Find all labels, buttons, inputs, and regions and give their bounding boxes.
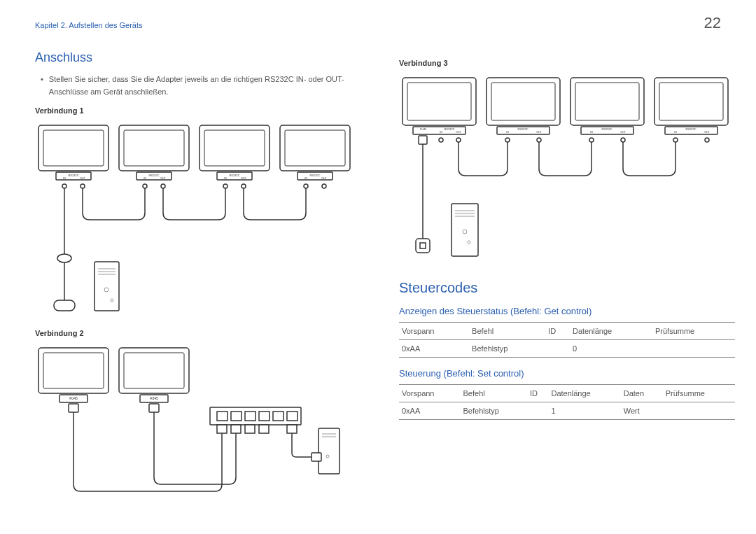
diagram-connection-1: RS232C INOUT RS232C INOUT RS232C INOUT R…: [35, 122, 357, 321]
svg-text:IN: IN: [304, 177, 307, 180]
svg-point-32: [57, 254, 71, 262]
svg-rect-67: [407, 83, 471, 120]
svg-text:OUT: OUT: [241, 177, 246, 180]
svg-rect-58: [217, 425, 227, 433]
svg-rect-40: [43, 353, 104, 388]
svg-rect-50: [245, 412, 255, 421]
svg-text:RJ45: RJ45: [420, 127, 427, 131]
svg-text:OUT: OUT: [80, 177, 85, 180]
svg-point-83: [589, 138, 594, 142]
svg-point-84: [621, 138, 625, 142]
svg-text:IN: IN: [440, 131, 442, 134]
svg-rect-73: [659, 83, 723, 120]
svg-rect-62: [287, 425, 297, 433]
svg-point-13: [80, 184, 85, 188]
svg-rect-61: [259, 425, 269, 433]
svg-rect-59: [231, 425, 241, 433]
td2-datenlaenge-val: 1: [548, 402, 620, 420]
td2-pruefsumme-val: [663, 402, 735, 420]
chapter-title: Kapitel 2. Aufstellen des Geräts: [35, 21, 142, 29]
th2-befehl: Befehl: [461, 385, 527, 402]
svg-rect-49: [231, 412, 241, 421]
diagram-connection-2: RJ45 RJ45: [35, 344, 357, 505]
svg-text:RS232C: RS232C: [444, 127, 454, 131]
svg-rect-60: [245, 425, 255, 433]
th-befehl: Befehl: [469, 323, 545, 340]
svg-text:IN: IN: [144, 177, 146, 180]
svg-rect-71: [575, 83, 639, 120]
svg-rect-3: [124, 130, 184, 166]
svg-point-19: [322, 184, 326, 188]
th-vorspann: Vorspann: [399, 323, 469, 340]
td2-id-val: [527, 402, 549, 420]
svg-point-85: [673, 138, 678, 142]
connection-3-label: Verbindung 3: [399, 59, 735, 67]
svg-rect-55: [312, 453, 321, 461]
svg-text:OUT: OUT: [536, 131, 542, 134]
svg-text:RS232C: RS232C: [517, 127, 528, 131]
section-title-anschluss: Anschluss: [35, 50, 357, 65]
th2-daten: Daten: [621, 385, 663, 402]
table-get-control: Vorspann Befehl ID Datenlänge Prüfsumme …: [399, 322, 735, 358]
svg-rect-7: [285, 130, 345, 166]
connection-2-label: Verbindung 2: [35, 329, 357, 337]
svg-text:RJ45: RJ45: [69, 396, 78, 400]
svg-text:IN: IN: [63, 177, 66, 180]
svg-point-82: [537, 138, 541, 142]
subsection-set-control: Steuerung (Befehl: Set control): [399, 368, 735, 379]
right-column: Verbindung 3 RJ45RS232CINOUT: [399, 50, 735, 512]
svg-point-12: [62, 184, 66, 188]
th-datenlaenge: Datenlänge: [570, 323, 652, 340]
svg-point-80: [456, 138, 461, 142]
svg-rect-101: [420, 243, 426, 248]
svg-rect-78: [419, 136, 427, 144]
svg-text:RJ45: RJ45: [150, 396, 158, 400]
svg-rect-54: [318, 428, 340, 474]
td2-daten-val: Wert: [621, 402, 663, 420]
td-datenlaenge-val: 0: [570, 340, 652, 358]
svg-point-18: [304, 184, 308, 188]
svg-text:IN: IN: [674, 131, 677, 134]
svg-text:RS232C: RS232C: [229, 174, 239, 177]
td-id-val: [545, 340, 570, 358]
svg-rect-5: [204, 130, 265, 166]
svg-point-14: [143, 184, 147, 188]
svg-rect-31: [54, 300, 75, 311]
section-title-steuercodes: Steuercodes: [399, 280, 735, 296]
svg-rect-46: [149, 404, 159, 412]
connection-1-label: Verbindung 1: [35, 106, 357, 115]
svg-text:RS232C: RS232C: [685, 127, 696, 131]
subsection-get-control: Anzeigen des Steuerstatus (Befehl: Get c…: [399, 306, 735, 316]
td2-vorspann-val: 0xAA: [399, 402, 461, 420]
diagram-connection-3: RJ45RS232CINOUT RS232CINOUT RS232CINOUT …: [399, 74, 735, 273]
svg-text:IN: IN: [224, 177, 227, 180]
left-column: Anschluss • Stellen Sie sicher, dass Sie…: [35, 50, 357, 512]
svg-text:RS232C: RS232C: [309, 174, 320, 177]
td-pruefsumme-val: [652, 340, 735, 358]
svg-point-17: [241, 184, 246, 188]
svg-point-15: [161, 184, 165, 188]
svg-rect-102: [451, 204, 478, 256]
bullet-dot-icon: •: [41, 73, 43, 98]
th2-datenlaenge: Datenlänge: [548, 385, 620, 402]
svg-rect-53: [287, 412, 298, 421]
td-vorspann-val: 0xAA: [399, 340, 469, 358]
svg-rect-48: [217, 412, 227, 421]
th2-vorspann: Vorspann: [399, 385, 461, 402]
th-id: ID: [545, 323, 570, 340]
svg-text:OUT: OUT: [620, 131, 626, 134]
svg-rect-42: [124, 353, 184, 388]
instruction-text: Stellen Sie sicher, dass Sie die Adapter…: [49, 73, 357, 98]
svg-point-81: [505, 138, 510, 142]
svg-rect-52: [273, 412, 284, 421]
td-befehl-val: Befehlstyp: [469, 340, 545, 358]
svg-point-86: [705, 138, 709, 142]
svg-rect-45: [69, 404, 78, 412]
svg-text:OUT: OUT: [704, 131, 710, 134]
svg-point-79: [439, 138, 443, 142]
svg-text:IN: IN: [590, 131, 593, 134]
svg-text:RS232C: RS232C: [148, 174, 159, 177]
instruction-bullet: • Stellen Sie sicher, dass Sie die Adapt…: [35, 73, 357, 98]
svg-rect-1: [43, 130, 104, 166]
port-label-rs232c: RS232C: [68, 174, 78, 177]
